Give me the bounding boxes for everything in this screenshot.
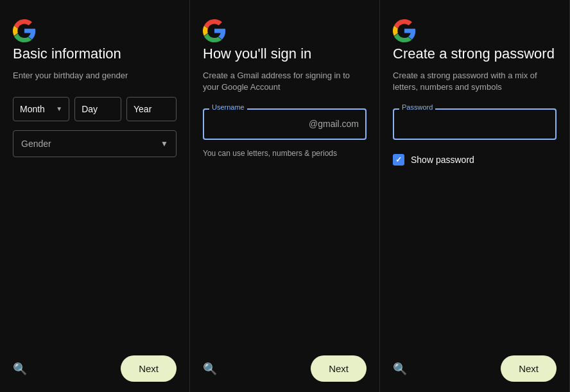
page-title-2: How you'll sign in: [203, 45, 367, 64]
zoom-icon-2: 🔍: [203, 362, 217, 376]
month-dropdown[interactable]: Month ▼: [13, 97, 69, 121]
show-password-row: Show password: [393, 154, 557, 166]
month-label: Month: [20, 104, 45, 114]
date-row: Month ▼ Day Year: [13, 97, 177, 121]
zoom-icon-3: 🔍: [393, 362, 407, 376]
gender-dropdown[interactable]: Gender ▼: [13, 130, 177, 157]
page-subtitle-3: Create a strong password with a mix of l…: [393, 70, 557, 93]
page-title-3: Create a strong password: [393, 45, 557, 64]
day-label: Day: [82, 104, 98, 114]
month-arrow-icon: ▼: [56, 105, 62, 112]
page-title: Basic information: [13, 45, 177, 64]
page-subtitle-2: Create a Gmail address for signing in to…: [203, 70, 367, 93]
password-input[interactable]: [393, 108, 557, 140]
google-logo-3: [393, 19, 557, 45]
year-field[interactable]: Year: [126, 97, 177, 121]
next-button-1[interactable]: Next: [121, 355, 177, 382]
gender-arrow-icon: ▼: [160, 139, 168, 148]
username-hint: You can use letters, numbers & periods: [203, 149, 367, 158]
google-logo-2: [203, 19, 367, 45]
username-label: Username: [209, 103, 247, 111]
zoom-icon-1: 🔍: [13, 362, 27, 376]
google-logo: [13, 19, 177, 45]
panel-sign-in: How you'll sign in Create a Gmail addres…: [190, 0, 380, 392]
bottom-bar-3: 🔍 Next: [380, 355, 569, 382]
show-password-label: Show password: [411, 155, 474, 165]
password-group: Password: [393, 108, 557, 140]
page-subtitle: Enter your birthday and gender: [13, 70, 177, 81]
gmail-suffix: @gmail.com: [309, 119, 359, 129]
panel-password: Create a strong password Create a strong…: [380, 0, 570, 392]
year-label: Year: [134, 104, 151, 114]
next-button-3[interactable]: Next: [501, 355, 557, 382]
next-button-2[interactable]: Next: [311, 355, 367, 382]
bottom-bar-1: 🔍 Next: [0, 355, 189, 382]
gender-label: Gender: [21, 139, 51, 149]
password-label: Password: [399, 103, 435, 111]
panel-basic-info: Basic information Enter your birthday an…: [0, 0, 190, 392]
username-group: Username @gmail.com: [203, 108, 367, 140]
bottom-bar-2: 🔍 Next: [190, 355, 379, 382]
day-field[interactable]: Day: [74, 97, 121, 121]
show-password-checkbox[interactable]: [393, 154, 404, 166]
